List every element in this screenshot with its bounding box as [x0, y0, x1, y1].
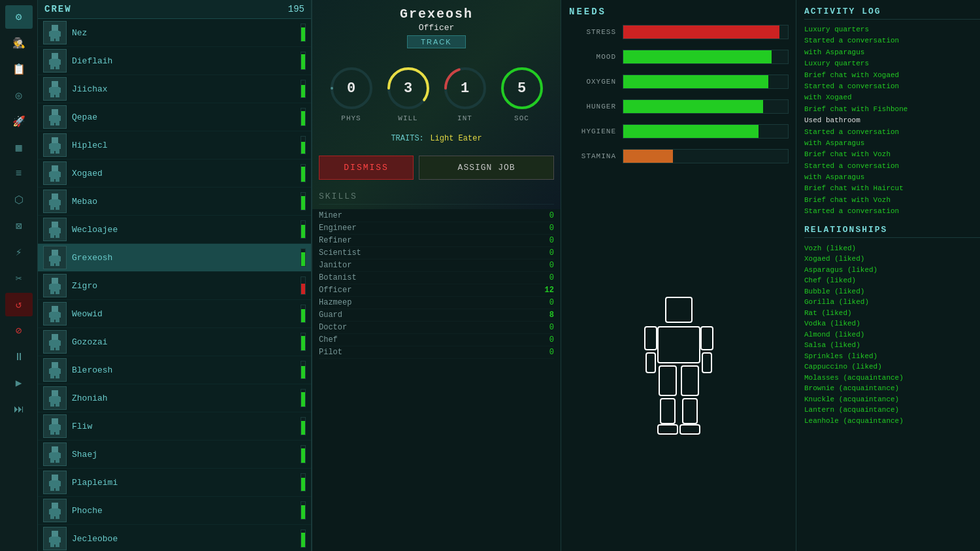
flask-icon[interactable]: ⬡: [5, 188, 33, 212]
relationship-item: Brownie (acquaintance): [804, 383, 980, 394]
ranks-icon[interactable]: ≡: [5, 162, 33, 186]
document-icon[interactable]: 📋: [5, 58, 33, 81]
crew-health-bar: [301, 108, 306, 126]
svg-rect-36: [52, 193, 58, 199]
activity-item: Brief chat with Vozh: [804, 195, 980, 205]
svg-rect-62: [49, 312, 52, 318]
dismiss-button[interactable]: DISMISS: [319, 156, 414, 180]
play-icon[interactable]: ▶: [5, 371, 33, 395]
crew-avatar: [43, 105, 67, 129]
crew-item[interactable]: Xogaed: [38, 159, 311, 188]
crew-member-name: Mebao: [72, 197, 295, 207]
svg-rect-20: [49, 116, 52, 121]
crew-item[interactable]: Dieflaih: [38, 47, 311, 75]
skill-row: Janitor0: [319, 259, 554, 272]
skill-row: Botanist0: [319, 272, 554, 284]
svg-rect-74: [49, 369, 52, 374]
track-button[interactable]: TRACK: [407, 35, 465, 48]
needs-panel: NEEDS STRESSMOODOXYGENHUNGERHYGIENESTAMI…: [561, 0, 796, 180]
svg-rect-69: [57, 341, 61, 346]
crew-item[interactable]: Mebao: [38, 188, 311, 216]
crew-member-name: Wecloajee: [72, 225, 295, 235]
crew-health-bar: [301, 333, 306, 351]
crew-avatar: [43, 499, 67, 522]
svg-rect-139: [702, 353, 711, 373]
crew-health-bar: [301, 80, 306, 98]
svg-rect-23: [56, 123, 59, 125]
activity-item: with Asparagus: [804, 139, 980, 148]
svg-rect-5: [56, 39, 59, 41]
gear-icon[interactable]: ⚙: [5, 5, 33, 29]
crew-item[interactable]: Hiplecl: [38, 131, 311, 159]
svg-rect-66: [52, 334, 58, 340]
crew-member-name: Jecleoboe: [72, 534, 295, 544]
crew-avatar: [43, 246, 67, 269]
crew-item[interactable]: Qepae: [38, 103, 311, 131]
skill-row: Engineer0: [319, 222, 554, 235]
lightning-icon[interactable]: ⚡: [5, 241, 33, 264]
crew-item[interactable]: Bleroesh: [38, 356, 311, 384]
skip-icon[interactable]: ⏭: [5, 397, 33, 421]
svg-rect-15: [57, 88, 61, 93]
need-label: HYGIENE: [569, 127, 616, 135]
assign-job-button[interactable]: ASSIGN JOB: [419, 156, 554, 180]
needs-list: STRESSMOODOXYGENHUNGERHYGIENESTAMINA: [569, 25, 789, 163]
svg-rect-70: [50, 348, 54, 350]
skill-row: Chef0: [319, 334, 554, 346]
char-role: Officer: [319, 23, 554, 33]
crew-item[interactable]: Jiichax: [38, 75, 311, 103]
stat-value-int: 1: [461, 80, 469, 97]
crew-health-bar: [301, 192, 306, 210]
crew-item[interactable]: Phoche: [38, 497, 311, 525]
crew-avatar: [43, 527, 67, 550]
crew-avatar: [43, 21, 67, 44]
pause-icon[interactable]: ⏸: [5, 345, 33, 369]
svg-rect-4: [50, 39, 54, 41]
crew-item[interactable]: Shaej: [38, 441, 311, 469]
crew-item[interactable]: Zhoniah: [38, 384, 311, 412]
svg-rect-68: [49, 341, 52, 346]
spy-icon[interactable]: 🕵: [5, 31, 33, 55]
need-bar-fill: [623, 150, 673, 163]
crew-member-name: Shaej: [72, 450, 295, 459]
svg-rect-100: [50, 488, 54, 491]
svg-rect-140: [659, 366, 676, 395]
grid-icon[interactable]: ⊠: [5, 214, 33, 238]
svg-rect-113: [56, 544, 59, 547]
svg-rect-30: [52, 165, 58, 171]
svg-rect-141: [681, 366, 698, 395]
svg-rect-17: [56, 95, 59, 97]
target-icon[interactable]: ◎: [5, 84, 33, 107]
crew-item[interactable]: Zigro: [38, 272, 311, 300]
ban-icon[interactable]: ⊘: [5, 319, 33, 342]
relationships-header: RELATIONSHIPS: [804, 225, 980, 238]
tools-icon[interactable]: ✂: [5, 267, 33, 290]
activity-header: ACTIVITY LOG: [804, 7, 980, 20]
crew-item[interactable]: Plapleimi: [38, 469, 311, 497]
svg-rect-47: [56, 235, 59, 238]
crew-item[interactable]: Nez: [38, 19, 311, 47]
monitor-icon[interactable]: ▦: [5, 136, 33, 159]
crew-header: CREW 195: [38, 0, 311, 19]
need-label: MOOD: [569, 53, 616, 61]
crew-item[interactable]: Wecloajee: [38, 216, 311, 244]
need-label: HUNGER: [569, 103, 616, 110]
refresh-icon[interactable]: ↺: [5, 293, 33, 316]
svg-rect-8: [49, 59, 52, 65]
crew-item[interactable]: Gozozai: [38, 328, 311, 356]
relationships-list: Vozh (liked)Xogaed (liked)Asparagus (lik…: [804, 243, 980, 427]
svg-rect-80: [49, 397, 52, 402]
activity-list: Luxury quartersStarted a conversationwit…: [804, 25, 980, 217]
svg-rect-45: [57, 228, 61, 233]
crew-list: Nez Dieflaih Jiichax Qepae Hiplecl Xogae: [38, 19, 311, 551]
rocket-icon[interactable]: 🚀: [5, 110, 33, 133]
crew-item[interactable]: Jecleoboe: [38, 525, 311, 551]
svg-rect-76: [50, 376, 54, 378]
activity-item: Started a conversation: [804, 127, 980, 137]
activity-item: Started a conversation: [804, 207, 980, 216]
crew-item[interactable]: Fliw: [38, 412, 311, 441]
crew-item[interactable]: Weowid: [38, 300, 311, 328]
svg-rect-48: [52, 250, 58, 256]
crew-avatar: [43, 386, 67, 410]
crew-item[interactable]: Grexeosh: [38, 244, 311, 272]
